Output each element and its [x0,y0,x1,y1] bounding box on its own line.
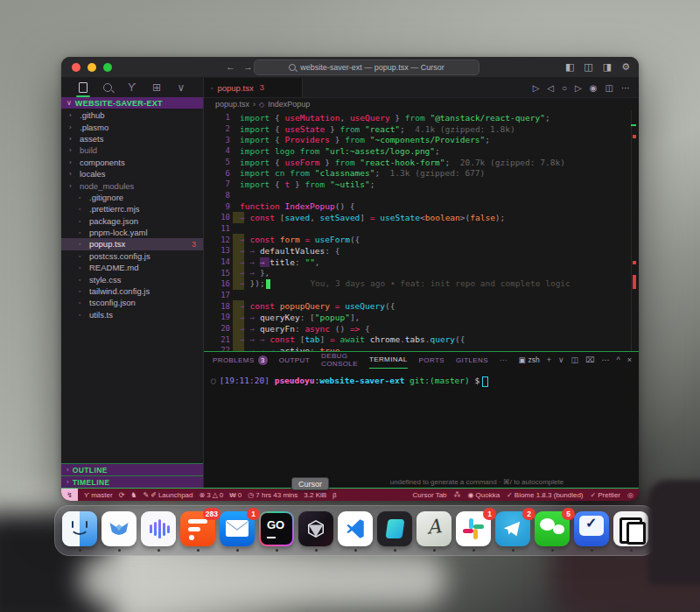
extensions-icon[interactable]: ⊞ [149,79,164,96]
dock-app-telegram[interactable]: 2 [495,511,530,552]
terminal-tab[interactable]: TERMINAL [369,352,408,369]
dock-app-teal-card-app[interactable] [377,511,412,552]
code-line-16[interactable]: 16→ }); You, 3 days ago • feat: init rep… [204,278,639,290]
code-line-19[interactable]: 19→ → queryKey: ["popup"], [204,312,639,323]
minimize-window-button[interactable] [88,63,96,72]
tree-item-pnpm-lock-yaml[interactable]: ▫pnpm-lock.yaml [61,227,203,238]
tree-item-popup-tsx[interactable]: ▫popup.tsx3 [61,238,203,250]
git-branch-item[interactable]: ϒmaster [84,491,113,499]
problems-tab[interactable]: PROBLEMS3 [213,352,268,368]
breadcrumb[interactable]: popup.tsx › ◇ IndexPopup [204,98,639,110]
dock-app-things[interactable]: ✓ [574,511,609,552]
bell-icon[interactable]: ◎ [627,491,634,499]
dock-app-waveform-app[interactable] [141,511,176,552]
tree-item-node-modules[interactable]: ›node_modules [61,179,203,191]
dock-app-scribble-a-app[interactable]: A [416,511,452,552]
filesize-item[interactable]: 3.2 KiB [304,491,326,499]
code-line-1[interactable]: 1import { useMutation, useQuery } from "… [204,112,639,123]
scribble-a-app-icon[interactable]: A [416,511,452,546]
dock-app-wechat[interactable]: 5 [535,511,570,552]
search-icon[interactable] [100,79,116,96]
dock-app-finder[interactable] [62,511,97,552]
code-line-7[interactable]: 7import { t } from "~utils"; [204,179,639,190]
tree-item-postcss-config-js[interactable]: ▫postcss.config.js [61,250,203,262]
quokka-item[interactable]: ◉Quokka [468,491,500,499]
breadcrumb-file[interactable]: popup.tsx [215,100,249,109]
beta-icon[interactable]: β [332,491,337,499]
dock-app-cursor[interactable] [298,511,333,552]
dock-app-mail[interactable]: 1 [220,511,255,552]
code-line-13[interactable]: 13→ → defaultValues: { [204,245,639,257]
titlebar[interactable]: ← → website-saver-ext — popup.tsx — Curs… [61,57,639,78]
layout-sidebar-left-icon[interactable]: ◧ [565,60,574,74]
code-line-10[interactable]: 10→ const [saved, setSaved] = useState<b… [204,212,639,223]
code-line-5[interactable]: 5import { useForm } from "react-hook-for… [204,157,639,168]
new-terminal-button[interactable]: + [547,355,551,364]
finder-icon[interactable] [62,511,97,546]
tree-item-style-css[interactable]: ▫style.css [61,273,203,285]
split-terminal-icon[interactable]: ◫ [571,355,579,364]
more-actions-icon[interactable]: ⋯ [621,83,630,93]
tree-item-components[interactable]: ›components [61,157,203,168]
dock-app-slack[interactable]: 1 [456,511,491,552]
explorer-root-header[interactable]: ∨ WEBSITE-SAVER-EXT [61,97,203,109]
forward-icon[interactable]: → [243,60,253,73]
code-line-2[interactable]: 2import { useState } from "react"; 4.1k … [204,123,639,135]
run-button[interactable]: ▷ [533,83,540,93]
tree-item--gitignore[interactable]: ▫.gitignore [61,192,203,203]
tree-item--plasmo[interactable]: ›.plasmo [61,121,203,132]
output-tab[interactable]: OUTPUT [279,352,310,368]
code-line-18[interactable]: 18→ const popupQuery = useQuery({ [204,300,639,312]
code-line-12[interactable]: 12→ const form = useForm({ [204,234,639,245]
prev-change-icon[interactable]: ○ [562,83,567,93]
tree-item--prettierrc-mjs[interactable]: ▫.prettierrc.mjs [61,203,203,215]
maximize-panel-icon[interactable]: ^ [616,355,620,364]
remote-indicator[interactable]: ↯ [61,489,78,501]
tree-item-tailwind-config-js[interactable]: ▫tailwind.config.js [61,285,203,297]
kill-terminal-icon[interactable]: ⌧ [585,355,594,364]
zoom-window-button[interactable] [103,63,112,72]
code-line-15[interactable]: 15→ → }, [204,267,639,278]
code-line-6[interactable]: 6import cn from "classnames"; 1.3k (gzip… [204,167,639,179]
fox-app-icon[interactable] [102,511,136,546]
more-terminal-icon[interactable]: ⋯ [601,355,609,364]
code-line-4[interactable]: 4import logo from "url:~assets/logo.png"… [204,145,639,157]
time-tracker-item[interactable]: ◷7 hrs 43 mins [248,491,298,499]
run-debug-icon[interactable]: ◉ [590,83,598,93]
code-editor[interactable]: 1import { useMutation, useQuery } from "… [204,110,639,351]
tree-item-tsconfig-json[interactable]: ▫tsconfig.json [61,297,203,308]
sidebar-section-outline[interactable]: ›OUTLINE [61,463,203,475]
open-changes-icon[interactable]: ◁ [547,83,554,93]
goland-icon[interactable]: GO [259,511,294,546]
tree-item-utils-ts[interactable]: ▫utils.ts [61,309,203,320]
code-line-9[interactable]: 9function IndexPopup() { [204,200,639,212]
code-line-21[interactable]: 21→ → → const [tab] = await chrome.tabs.… [204,334,639,345]
code-line-11[interactable]: 11 [204,223,639,235]
vscode-icon[interactable] [338,511,373,546]
close-window-button[interactable] [72,63,80,72]
code-line-8[interactable]: 8 [204,190,639,201]
split-editor-icon[interactable]: ◫ [606,83,613,93]
source-control-icon[interactable]: ϒ [124,79,140,96]
dock-app-frames-app[interactable] [613,511,648,552]
gitlens-tab[interactable]: GITLENS [456,352,488,368]
tree-item-package-json[interactable]: ▫package.json [61,215,203,227]
debug-console-tab[interactable]: DEBUG CONSOLE [321,352,358,368]
next-change-icon[interactable]: ▷ [575,83,582,93]
dock-app-fox-app[interactable] [102,511,136,552]
frames-app-icon[interactable] [613,511,648,546]
code-line-22[interactable]: 22→ → → → active: true, [204,345,639,351]
code-line-20[interactable]: 20→ → queryFn: async () => { [204,323,639,334]
waveform-app-icon[interactable] [141,511,176,546]
chevron-down-icon[interactable]: ∨ [173,79,189,96]
layout-panel-icon[interactable]: ◫ [584,60,592,74]
cursor-tab-item[interactable]: Cursor Tab [413,491,447,499]
cursor-icon[interactable] [298,511,333,546]
tree-item-build[interactable]: ›build [61,144,203,156]
shell-selector[interactable]: ▣zsh [518,355,539,364]
terminal-dropdown-icon[interactable]: ∨ [558,355,564,364]
back-icon[interactable]: ← [226,60,235,73]
explorer-icon[interactable] [75,79,91,96]
settings-gear-icon[interactable]: ⚙ [621,60,630,74]
close-panel-icon[interactable]: × [627,355,632,364]
